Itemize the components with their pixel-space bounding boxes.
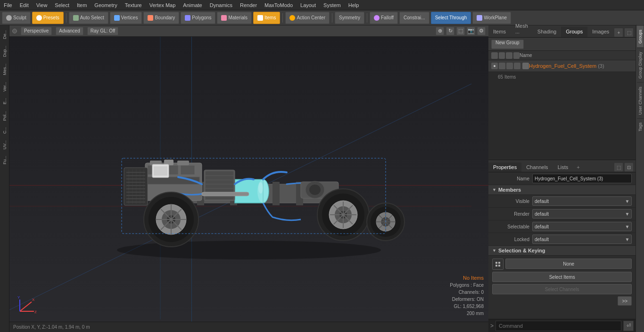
side-tab-user-channels[interactable]: User Channels (637, 82, 644, 119)
sel-keying-section[interactable]: ▼ Selection & Keying (488, 246, 636, 256)
tab-plus[interactable]: + (573, 162, 583, 172)
command-input[interactable] (495, 321, 621, 331)
menu-select[interactable]: Select (51, 1, 73, 9)
viewport-cam-icon[interactable]: 📷 (467, 27, 475, 35)
expand-icon[interactable]: + (614, 28, 623, 37)
tab-items[interactable]: Items (488, 27, 511, 37)
left-tab-fu[interactable]: Fu... (1, 153, 8, 167)
side-tab-group-display[interactable]: Group Display (637, 48, 644, 82)
tab-mesh[interactable]: Mesh ... (511, 21, 533, 37)
autoselect-button[interactable]: Auto Select (69, 12, 108, 24)
action-center-icon (289, 15, 295, 21)
menu-help[interactable]: Help (345, 1, 363, 9)
none-button[interactable]: None (505, 259, 632, 269)
vertices-button[interactable]: Vertices (110, 12, 142, 24)
constrain-button[interactable]: Constrai... (399, 12, 429, 24)
menu-render[interactable]: Render (236, 1, 261, 9)
boundary-button[interactable]: Boundary (143, 12, 179, 24)
left-tab-mes[interactable]: Mes... (1, 61, 8, 78)
select-channels-button[interactable]: Select Channels (492, 284, 632, 294)
symmetry-button[interactable]: Symmetry (335, 12, 364, 24)
left-tab-ver[interactable]: Ver... (1, 79, 8, 95)
more-button[interactable]: >> (618, 296, 632, 306)
visible-select[interactable]: default ▼ (532, 196, 632, 206)
expand2-icon[interactable]: ⬚ (614, 162, 623, 172)
viewport-settings-icon[interactable]: ⚙ (477, 27, 486, 35)
toolbar-separator-3 (332, 13, 332, 23)
menu-item[interactable]: Item (73, 1, 91, 9)
menu-maxtomodo[interactable]: MaxToModo (261, 1, 297, 9)
select-through-button[interactable]: Select Through (431, 12, 471, 24)
menu-file[interactable]: File (0, 1, 16, 9)
window-icon[interactable]: ⬚ (624, 28, 634, 37)
svg-rect-54 (124, 168, 148, 205)
col-eye-icon (491, 52, 498, 59)
group-sel-icon[interactable] (514, 63, 520, 69)
svg-rect-87 (498, 262, 500, 264)
perspective-button[interactable]: Perspective (21, 27, 52, 35)
size-info: 200 mm (450, 310, 484, 317)
members-section[interactable]: ▼ Members (488, 185, 636, 195)
presets-button[interactable]: Presets (32, 12, 64, 24)
action-center-button[interactable]: Action Center (285, 12, 330, 24)
svg-rect-86 (495, 262, 497, 264)
name-input[interactable] (532, 174, 632, 183)
menu-geometry[interactable]: Geometry (91, 1, 121, 9)
group-lock-icon[interactable] (506, 63, 513, 69)
tab-lists[interactable]: Lists (553, 162, 573, 172)
group-row[interactable]: ● Hydrogen_Fuel_Cell_System (3) (488, 60, 636, 72)
polygons-button[interactable]: Polygons (181, 12, 215, 24)
tab-shading[interactable]: Shading (533, 27, 561, 37)
left-tab-c[interactable]: C... (1, 124, 8, 137)
menu-view[interactable]: View (33, 1, 51, 9)
left-tab-dup[interactable]: Dup... (1, 43, 8, 60)
left-tab-e[interactable]: E... (1, 95, 8, 107)
falloff-button[interactable]: Falloff (370, 12, 398, 24)
menu-dynamics[interactable]: Dynamics (206, 1, 236, 9)
menu-layout[interactable]: Layout (297, 1, 320, 9)
selectable-select[interactable]: default ▼ (532, 222, 632, 231)
viewport-zoom-icon[interactable]: ⬚ (456, 27, 465, 35)
render-select[interactable]: default ▼ (532, 209, 632, 219)
tab-images[interactable]: Images (587, 27, 614, 37)
side-tab-groups[interactable]: Groups (637, 25, 644, 48)
raygl-button[interactable]: Ray GL: Off (87, 27, 119, 35)
materials-button[interactable]: Materials (217, 12, 252, 24)
menu-edit[interactable]: Edit (16, 1, 33, 9)
cmd-submit-button[interactable]: ⏎ (623, 321, 634, 331)
group-eye-icon[interactable]: ● (491, 63, 498, 69)
menu-vertexmap[interactable]: Vertex Map (146, 1, 180, 9)
sel-keying-arrow-icon: ▼ (492, 248, 496, 253)
tab-groups[interactable]: Groups (561, 27, 587, 37)
viewport-rotate-icon[interactable]: ↻ (446, 27, 454, 35)
left-tab-pol[interactable]: Pol... (1, 108, 8, 124)
workplane-button[interactable]: WorkPlane (472, 12, 511, 24)
left-tab-de[interactable]: De... (1, 27, 8, 42)
sculpt-button[interactable]: Sculpt (2, 12, 31, 24)
left-tab-uv[interactable]: UV... (1, 138, 8, 152)
gl-info: GL: 1,652,968 (450, 303, 484, 310)
tab-properties[interactable]: Properties (488, 162, 521, 172)
menu-animate[interactable]: Animate (179, 1, 206, 9)
locked-arrow-icon: ▼ (625, 237, 629, 242)
side-tab-tags[interactable]: Tags (637, 118, 644, 135)
menu-system[interactable]: System (320, 1, 345, 9)
svg-rect-8 (272, 182, 280, 205)
menu-texture[interactable]: Texture (121, 1, 146, 9)
group-render-icon[interactable] (499, 63, 505, 69)
tab-channels[interactable]: Channels (521, 162, 553, 172)
polygons-icon (185, 15, 190, 21)
locked-select[interactable]: default ▼ (532, 235, 632, 244)
selectable-row: Selectable default ▼ (488, 220, 636, 233)
items-button[interactable]: Items (253, 12, 280, 24)
svg-rect-78 (202, 192, 249, 196)
new-group-button[interactable]: New Group (491, 40, 524, 49)
viewport-3d[interactable]: No Items Polygons : Face Channels: 0 Def… (9, 37, 488, 322)
cmd-arrow-icon[interactable]: > (490, 323, 494, 329)
autoselect-icon (73, 15, 79, 21)
none-icon-button[interactable] (492, 259, 504, 270)
fullscreen-icon[interactable]: ⊡ (624, 162, 634, 172)
viewport-move-icon[interactable]: ⊕ (436, 27, 444, 35)
select-items-button[interactable]: Select Items (492, 272, 632, 282)
advanced-button[interactable]: Advanced (56, 27, 83, 35)
